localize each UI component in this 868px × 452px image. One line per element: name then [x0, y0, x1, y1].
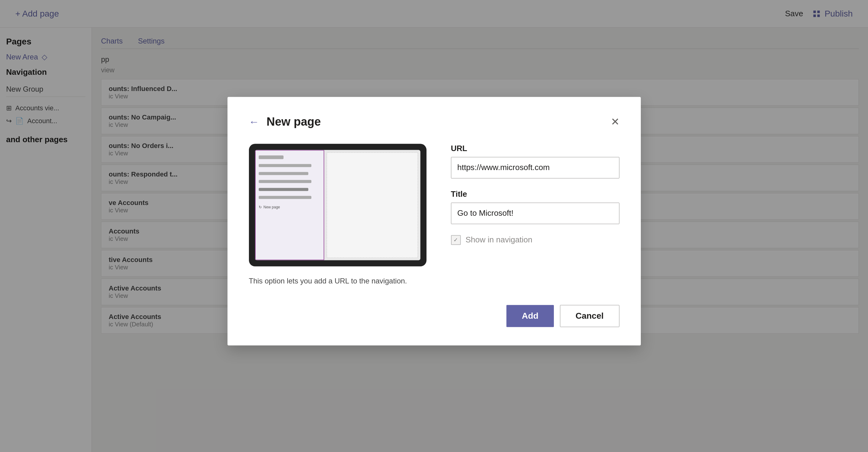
cancel-button[interactable]: Cancel	[560, 305, 619, 327]
modal-form-section: URL Title ✓ Show in navigation	[451, 144, 619, 286]
show-in-nav-label: Show in navigation	[466, 235, 532, 245]
modal-body: ↻ New page This option lets you add a UR…	[249, 144, 619, 286]
tablet-bar-5	[259, 188, 308, 191]
title-form-group: Title	[451, 189, 619, 224]
tablet-nav-sidebar: ↻ New page	[255, 150, 324, 260]
url-form-group: URL	[451, 144, 619, 178]
new-page-modal: ← New page ✕ ↻	[227, 97, 641, 345]
add-button[interactable]: Add	[506, 305, 554, 327]
tablet-bar-2	[259, 164, 311, 167]
tablet-bar-1	[259, 156, 283, 159]
modal-preview-section: ↻ New page This option lets you add a UR…	[249, 144, 427, 286]
tablet-inner: ↻ New page	[255, 150, 421, 260]
url-label: URL	[451, 144, 619, 153]
show-in-nav-row[interactable]: ✓ Show in navigation	[451, 235, 619, 245]
show-in-nav-checkbox[interactable]: ✓	[451, 235, 461, 245]
tablet-new-page-item: ↻ New page	[259, 205, 321, 209]
check-icon: ✓	[454, 236, 458, 243]
tablet-bar-4	[259, 180, 311, 183]
title-label: Title	[451, 189, 619, 199]
tablet-preview: ↻ New page	[249, 144, 427, 266]
modal-footer: Add Cancel	[249, 305, 619, 327]
modal-close-button[interactable]: ✕	[611, 116, 619, 127]
tablet-bar-6	[259, 196, 311, 199]
title-input[interactable]	[451, 203, 619, 224]
modal-title: New page	[267, 115, 603, 129]
tablet-new-page-icon: ↻	[259, 205, 262, 209]
url-input[interactable]	[451, 157, 619, 178]
modal-header: ← New page ✕	[249, 115, 619, 129]
tablet-content-area	[327, 152, 417, 258]
modal-preview-description: This option lets you add a URL to the na…	[249, 276, 427, 286]
tablet-bar-3	[259, 172, 308, 175]
tablet-new-page-label: New page	[264, 205, 280, 209]
modal-back-button[interactable]: ←	[249, 116, 259, 127]
